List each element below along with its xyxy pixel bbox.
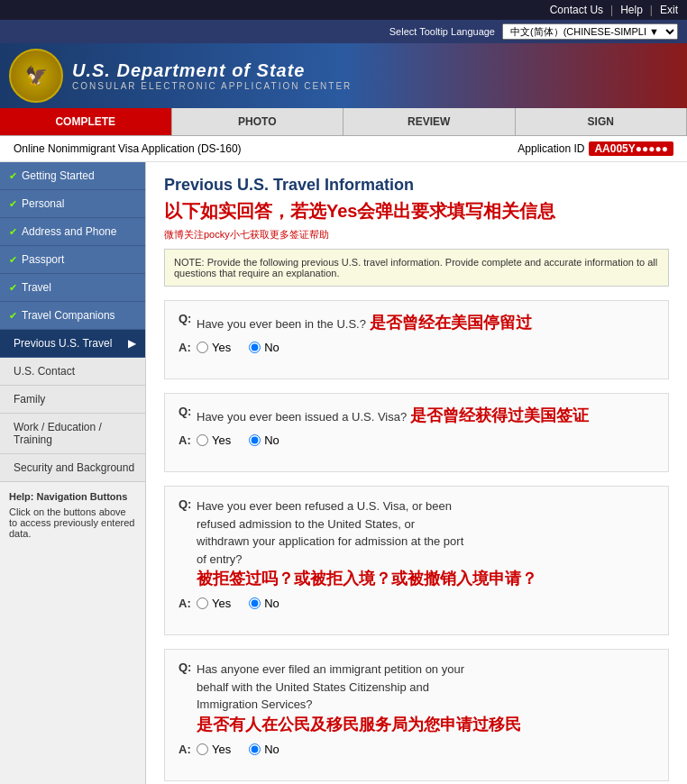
top-bar: Contact Us | Help | Exit	[0, 0, 687, 20]
help-title: Help: Navigation Buttons	[9, 491, 136, 502]
sidebar: ✔ Getting Started ✔ Personal ✔ Address a…	[0, 162, 146, 784]
radio-q4-no[interactable]: No	[249, 743, 279, 756]
answer-row-1: A: Yes No	[179, 341, 655, 354]
lang-label: Select Tooltip Language	[389, 26, 495, 37]
answer-row-2: A: Yes No	[179, 433, 655, 447]
a-label-3: A:	[179, 597, 197, 610]
q4-line3: Immigration Services?	[197, 697, 313, 711]
q3-text: Have you ever been refused a U.S. Visa, …	[197, 497, 655, 589]
note-box: NOTE: Provide the following previous U.S…	[164, 249, 669, 287]
sidebar-label-work-education: Work / Education / Training	[14, 421, 136, 446]
q4-line1: Has anyone ever filed an immigrant petit…	[197, 662, 464, 676]
q2-text-en: Have you ever been issued a U.S. Visa?	[197, 410, 407, 424]
main-content: Previous U.S. Travel Information 以下如实回答，…	[146, 162, 687, 784]
appid-bar: Online Nonimmigrant Visa Application (DS…	[0, 136, 687, 162]
help-section: Help: Navigation Buttons Click on the bu…	[0, 482, 145, 548]
sidebar-item-work-education[interactable]: Work / Education / Training	[0, 414, 145, 454]
radio-label-q3-no: No	[264, 597, 279, 610]
sidebar-label-passport: Passport	[22, 253, 64, 266]
sidebar-label-travel: Travel	[22, 281, 51, 294]
radio-q3-yes[interactable]: Yes	[197, 597, 231, 610]
main-layout: ✔ Getting Started ✔ Personal ✔ Address a…	[0, 162, 687, 784]
contact-us-link[interactable]: Contact Us	[550, 4, 603, 16]
radio-group-3: Yes No	[197, 597, 279, 610]
q-label-2: Q:	[179, 405, 197, 418]
answer-row-3: A: Yes No	[179, 597, 655, 610]
question-row-1: Q: Have you ever been in the U.S.? 是否曾经在…	[179, 312, 655, 333]
sidebar-item-travel[interactable]: ✔ Travel	[0, 274, 145, 302]
radio-label-q4-yes: Yes	[212, 743, 231, 756]
sidebar-item-security-background[interactable]: Security and Background	[0, 454, 145, 482]
radio-q4-yes[interactable]: Yes	[197, 743, 231, 756]
radio-input-q4-no[interactable]	[249, 743, 261, 755]
site-header: 🦅 U.S. Department of State CONSULAR ELEC…	[0, 43, 687, 108]
page-title: Previous U.S. Travel Information	[164, 176, 669, 195]
q4-line2: behalf with the United States Citizenshi…	[197, 680, 429, 694]
sidebar-item-travel-companions[interactable]: ✔ Travel Companions	[0, 302, 145, 330]
sidebar-item-getting-started[interactable]: ✔ Getting Started	[0, 162, 145, 190]
check-icon: ✔	[9, 226, 17, 238]
check-icon: ✔	[9, 282, 17, 294]
sidebar-item-passport[interactable]: ✔ Passport	[0, 246, 145, 274]
radio-input-q2-no[interactable]	[249, 434, 261, 446]
radio-input-q1-no[interactable]	[249, 342, 261, 353]
check-icon: ✔	[9, 198, 17, 210]
tab-review[interactable]: REVIEW	[344, 108, 516, 135]
radio-label-q2-no: No	[264, 433, 279, 447]
watermark-note: 微博关注pocky小七获取更多签证帮助	[164, 228, 669, 242]
radio-q3-no[interactable]: No	[249, 597, 279, 610]
question-row-3: Q: Have you ever been refused a U.S. Vis…	[179, 497, 655, 589]
radio-q1-no[interactable]: No	[249, 341, 279, 354]
q-label-1: Q:	[179, 312, 197, 325]
answer-row-4: A: Yes No	[179, 743, 655, 756]
sidebar-item-previous-us-travel[interactable]: Previous U.S. Travel ▶	[0, 330, 145, 358]
sidebar-item-us-contact[interactable]: U.S. Contact	[0, 358, 145, 386]
tab-complete[interactable]: COMPLETE	[0, 108, 172, 135]
q3-line1: Have you ever been refused a U.S. Visa, …	[197, 499, 452, 513]
radio-label-q3-yes: Yes	[212, 597, 231, 610]
question-block-1: Q: Have you ever been in the U.S.? 是否曾经在…	[164, 300, 669, 379]
question-block-3: Q: Have you ever been refused a U.S. Vis…	[164, 486, 669, 635]
nav-tabs: COMPLETE PHOTO REVIEW SIGN	[0, 108, 687, 136]
check-icon: ✔	[9, 310, 17, 322]
question-row-2: Q: Have you ever been issued a U.S. Visa…	[179, 405, 655, 426]
separator2: |	[650, 4, 653, 16]
q4-text-en: Has anyone ever filed an immigrant petit…	[197, 661, 655, 714]
radio-label-q1-yes: Yes	[212, 341, 231, 354]
sidebar-item-address-phone[interactable]: ✔ Address and Phone	[0, 218, 145, 246]
q-label-3: Q:	[179, 497, 197, 511]
sidebar-label-previous-us-travel: Previous U.S. Travel	[14, 337, 112, 350]
q1-text-en: Have you ever been in the U.S.?	[197, 317, 366, 331]
arrow-icon: ▶	[128, 337, 136, 350]
radio-label-q4-no: No	[264, 743, 279, 756]
q-label-4: Q:	[179, 661, 197, 674]
q4-text: Has anyone ever filed an immigrant petit…	[197, 661, 655, 735]
radio-input-q2-yes[interactable]	[197, 434, 208, 446]
help-link[interactable]: Help	[620, 4, 643, 16]
radio-q1-yes[interactable]: Yes	[197, 341, 231, 354]
q3-text-cn: 被拒签过吗？或被拒入境？或被撤销入境申请？	[197, 568, 655, 589]
q3-line4: of entry?	[197, 552, 243, 566]
tab-photo[interactable]: PHOTO	[172, 108, 344, 135]
sidebar-label-us-contact: U.S. Contact	[14, 365, 75, 378]
lang-select[interactable]: 中文(简体）(CHINESE-SIMPLI ▼	[502, 23, 678, 40]
us-seal: 🦅	[9, 49, 63, 103]
lang-bar: Select Tooltip Language 中文(简体）(CHINESE-S…	[0, 20, 687, 43]
app-id-container: Application ID AA005Y●●●●●	[518, 141, 673, 156]
radio-input-q3-yes[interactable]	[197, 597, 208, 609]
tab-sign[interactable]: SIGN	[516, 108, 688, 135]
radio-q2-yes[interactable]: Yes	[197, 433, 231, 447]
radio-input-q1-yes[interactable]	[197, 342, 208, 353]
exit-link[interactable]: Exit	[660, 4, 678, 16]
radio-input-q3-no[interactable]	[249, 597, 261, 609]
sidebar-item-family[interactable]: Family	[0, 386, 145, 414]
radio-q2-no[interactable]: No	[249, 433, 279, 447]
radio-group-1: Yes No	[197, 341, 279, 354]
q3-line2: refused admission to the United States, …	[197, 517, 415, 531]
sidebar-label-family: Family	[14, 393, 45, 406]
sidebar-item-personal[interactable]: ✔ Personal	[0, 190, 145, 218]
check-icon: ✔	[9, 170, 17, 182]
a-label-4: A:	[179, 743, 197, 756]
radio-input-q4-yes[interactable]	[197, 743, 208, 755]
q3-text-en: Have you ever been refused a U.S. Visa, …	[197, 497, 655, 568]
